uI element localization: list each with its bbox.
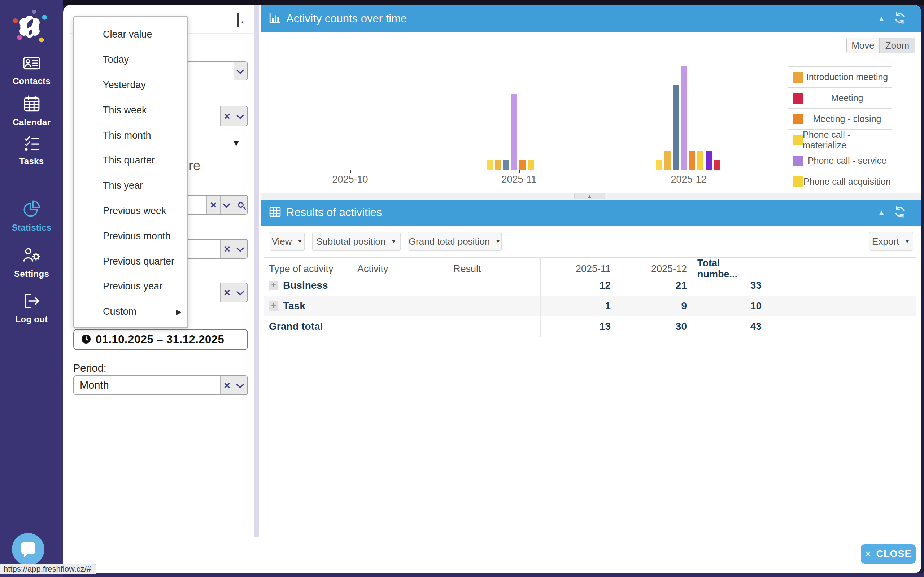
panel-splitter[interactable]: ▲ xyxy=(261,193,921,200)
chart-bar[interactable] xyxy=(714,160,720,169)
row-value-cell xyxy=(352,296,448,316)
period-label: Period: xyxy=(73,362,106,374)
chevron-down-icon[interactable] xyxy=(220,196,234,214)
chart-bar[interactable] xyxy=(511,94,517,169)
menu-item[interactable]: Yesterday xyxy=(74,73,187,98)
row-value-cell: 1 xyxy=(540,296,616,316)
clear-icon[interactable]: × xyxy=(206,196,220,214)
menu-item[interactable]: Previous year xyxy=(74,274,187,299)
chart-bar[interactable] xyxy=(656,160,662,169)
logo-blob xyxy=(13,10,47,42)
legend-item[interactable]: Meeting xyxy=(788,87,892,109)
chart-bar[interactable] xyxy=(697,151,703,169)
activity-chart: Move Zoom 2025-102025-112025-12 Introduc… xyxy=(261,32,921,193)
row-value-cell xyxy=(448,316,540,337)
chevron-down-icon[interactable] xyxy=(234,240,247,258)
chart-bar[interactable] xyxy=(519,160,526,169)
screen: Contacts Calendar Tasks xyxy=(0,0,924,577)
chart-bar[interactable] xyxy=(528,160,534,169)
legend-item[interactable]: Introduction meeting xyxy=(788,66,892,88)
collapse-panel-icon[interactable]: ← xyxy=(237,13,251,27)
row-value-cell: 33 xyxy=(692,275,767,295)
date-range-field[interactable]: 01.10.2025 – 31.12.2025 xyxy=(73,329,248,350)
collapse-section-icon[interactable]: ▲ xyxy=(877,208,885,217)
table-row: +Business122133 xyxy=(264,275,916,296)
refresh-icon[interactable] xyxy=(893,205,906,220)
legend-item[interactable]: Phone call acquisition xyxy=(788,171,892,192)
axis-tick-label: 2025-11 xyxy=(490,174,548,185)
menu-item[interactable]: This month xyxy=(74,123,187,148)
row-value-cell: 9 xyxy=(616,296,692,316)
close-icon: × xyxy=(865,548,872,560)
sidebar-item-settings[interactable]: Settings xyxy=(0,246,63,279)
clear-icon[interactable]: × xyxy=(220,283,234,302)
period-select-value[interactable]: Month xyxy=(74,376,220,395)
chart-bar[interactable] xyxy=(689,151,695,169)
sidebar-item-contacts[interactable]: Contacts xyxy=(0,55,63,86)
row-value-cell: 30 xyxy=(616,316,692,337)
clear-icon[interactable]: × xyxy=(220,376,234,395)
chart-bar[interactable] xyxy=(664,151,671,169)
chart-legend: Introduction meetingMeetingMeeting - clo… xyxy=(788,67,892,192)
legend-item[interactable]: Phone call - service xyxy=(788,150,892,171)
legend-item[interactable]: Phone call - materialize xyxy=(788,129,892,150)
filter-panel-scrollbar[interactable] xyxy=(255,5,259,537)
chart-move-button[interactable]: Move xyxy=(847,37,880,53)
view-button[interactable]: View ▼ xyxy=(270,232,305,251)
menu-item[interactable]: Previous week xyxy=(74,198,187,224)
legend-swatch xyxy=(793,93,803,103)
sidebar-item-statistics[interactable]: Statistics xyxy=(0,198,63,233)
sidebar-item-calendar[interactable]: Calendar xyxy=(0,95,63,127)
chevron-down-icon[interactable] xyxy=(234,376,247,395)
refresh-icon[interactable] xyxy=(893,11,906,26)
clear-icon[interactable]: × xyxy=(220,106,234,126)
menu-item[interactable]: Previous month xyxy=(74,223,187,249)
app-logo[interactable] xyxy=(12,10,47,44)
chart-bar[interactable] xyxy=(487,160,493,169)
collapse-section-icon[interactable]: ▲ xyxy=(877,14,885,23)
menu-item[interactable]: This week xyxy=(74,97,187,123)
menu-item[interactable]: Previous quarter xyxy=(74,249,187,274)
menu-item[interactable]: Clear value xyxy=(74,22,187,47)
date-preset-menu: Clear valueTodayYesterdayThis weekThis m… xyxy=(73,16,188,328)
page-background-bottom xyxy=(0,573,924,577)
menu-item[interactable]: Today xyxy=(74,47,187,73)
menu-item[interactable]: Custom▶ xyxy=(74,299,187,324)
sidebar-item-tasks[interactable]: Tasks xyxy=(0,135,63,166)
chart-bar[interactable] xyxy=(495,160,501,169)
chevron-down-icon[interactable] xyxy=(234,283,247,302)
table-row: Grand total133043 xyxy=(264,316,916,337)
sidebar-item-label: Settings xyxy=(14,269,49,279)
axis-tick-label: 2025-10 xyxy=(321,174,379,185)
legend-item[interactable]: Meeting - closing xyxy=(788,108,892,129)
submenu-arrow-icon: ▶ xyxy=(176,308,182,316)
section-expander-icon[interactable]: ▼ xyxy=(232,139,240,148)
chevron-down-icon[interactable] xyxy=(234,106,247,126)
menu-item[interactable]: This year xyxy=(74,173,187,198)
chart-bar[interactable] xyxy=(681,66,687,169)
grand-total-position-button[interactable]: Grand total position ▼ xyxy=(408,232,502,251)
chart-zoom-button[interactable]: Zoom xyxy=(879,37,915,53)
row-value-cell xyxy=(767,296,916,316)
chart-bar[interactable] xyxy=(706,151,712,169)
chat-button[interactable] xyxy=(12,533,44,566)
statistics-modal: ← × ▼ re × × × xyxy=(63,5,921,573)
sidebar-item-logout[interactable]: Log out xyxy=(0,292,63,324)
period-select[interactable]: Month × xyxy=(73,375,248,395)
chevron-down-icon[interactable] xyxy=(234,62,247,80)
export-button[interactable]: Export ▼ xyxy=(869,232,913,251)
axis-tick xyxy=(350,170,351,173)
chart-bar[interactable] xyxy=(673,85,679,169)
legend-label: Introduction meeting xyxy=(806,72,888,82)
expand-row-button[interactable]: + xyxy=(269,281,278,290)
expand-row-button[interactable]: + xyxy=(269,301,278,311)
splitter-handle[interactable]: ▲ xyxy=(574,193,605,199)
date-range-value: 01.10.2025 – 31.12.2025 xyxy=(96,333,224,346)
menu-item[interactable]: This quarter xyxy=(74,148,187,173)
search-icon[interactable] xyxy=(234,196,247,214)
clear-icon[interactable]: × xyxy=(220,240,234,258)
subtotal-position-button[interactable]: Subtotal position ▼ xyxy=(312,232,401,251)
chart-bar[interactable] xyxy=(503,160,509,169)
axis-tick xyxy=(689,170,689,173)
close-button[interactable]: × CLOSE xyxy=(861,544,916,564)
